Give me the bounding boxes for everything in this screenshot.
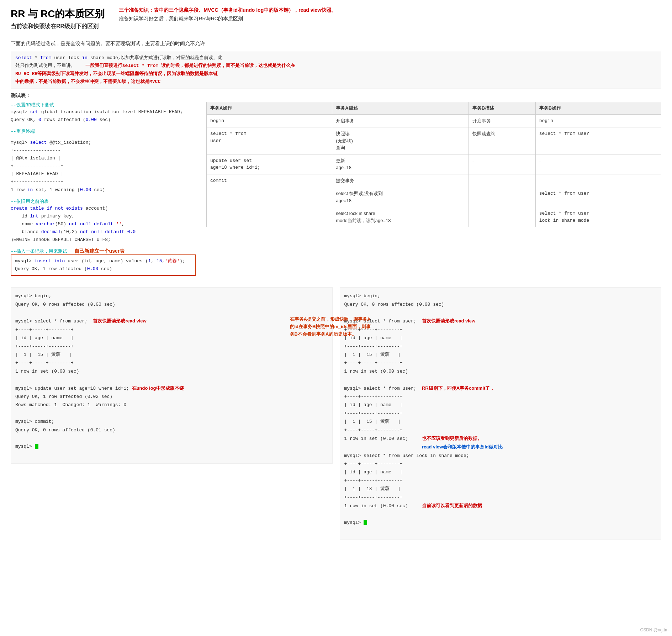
sql-insert-code: mysql> insert into user (id, age, name) … xyxy=(15,257,191,273)
col-header-b-desc: 事务B描述 xyxy=(469,102,535,114)
cell-a-op-6 xyxy=(207,207,332,227)
col-header-b-op: 事务B操作 xyxy=(535,102,661,114)
cell-a-desc-1: 开启事务 xyxy=(332,114,469,127)
terminal-right-text: mysql> begin; Query OK, 0 rows affected … xyxy=(344,292,657,535)
sql-check-isolation-code: mysql> select @@tx_isolation; +---------… xyxy=(11,139,196,194)
sql-check-isolation: mysql> select @@tx_isolation; +---------… xyxy=(11,139,196,194)
prereqs-title: 三个准备知识：表中的三个隐藏字段、MVCC（事务id和undo log中的版本链… xyxy=(119,7,661,14)
table-row: begin 开启事务 开启事务 begin xyxy=(207,114,661,127)
bottom-section: mysql> begin; Query OK, 0 rows affected … xyxy=(11,287,661,540)
cell-a-desc-6: select lock in sharemode当前读，读到age=18 xyxy=(332,207,469,227)
sql-comment-insert: --插入一条记录，用来测试 xyxy=(11,248,67,254)
cell-b-op-5: select * from user xyxy=(535,187,661,207)
sql-set-rr: --设置RR模式下测试 mysql> set global transactio… xyxy=(11,102,196,124)
col-header-a-desc: 事务A描述 xyxy=(332,102,469,114)
cell-b-desc-3: - xyxy=(469,154,535,174)
terminal-right: mysql> begin; Query OK, 0 rows affected … xyxy=(340,287,662,540)
table-row: select * fromuser 快照读(无影响)查询 快照读查询 selec… xyxy=(207,127,661,154)
cell-b-op-2: select * from user xyxy=(535,127,661,154)
intro-text: 下面的代码经过测试，是完全没有问题的。要不要现场测试，主要看上课的时间允不允许 xyxy=(11,40,661,47)
sql-comment-restart: --重启终端 xyxy=(11,128,196,135)
header-section: RR 与 RC的本质区别 当前读和快照读在RR级别下的区别 三个准备知识：表中的… xyxy=(11,7,661,34)
sql-restart: --重启终端 xyxy=(11,128,196,135)
bottom-left-container: mysql> begin; Query OK, 0 rows affected … xyxy=(11,287,333,540)
cell-b-op-6: select * from userlock in share mode xyxy=(535,207,661,227)
terminal-left-text: mysql> begin; Query OK, 0 rows affected … xyxy=(15,292,328,459)
page-subtitle: 当前读和快照读在RR级别下的区别 xyxy=(11,23,105,30)
cell-b-op-3: - xyxy=(535,154,661,174)
cell-b-desc-6 xyxy=(469,207,535,227)
cell-a-desc-5: select 快照读,没有读到age=18 xyxy=(332,187,469,207)
main-layout: --设置RR模式下测试 mysql> set global transactio… xyxy=(11,102,661,280)
right-panel: 事务A操作 事务A描述 事务B描述 事务B操作 begin 开启事务 开启事务 … xyxy=(206,102,661,280)
table-row: select 快照读,没有读到age=18 select * from user xyxy=(207,187,661,207)
cell-a-desc-4: 提交事务 xyxy=(332,174,469,187)
cell-b-desc-1: 开启事务 xyxy=(469,114,535,127)
table-row: commit 提交事务 - - xyxy=(207,174,661,187)
bottom-right-container: mysql> begin; Query OK, 0 rows affected … xyxy=(340,287,662,540)
page-title: RR 与 RC的本质区别 xyxy=(11,7,105,21)
header-left: RR 与 RC的本质区别 当前读和快照读在RR级别下的区别 xyxy=(11,7,105,34)
table-row: select lock in sharemode当前读，读到age=18 sel… xyxy=(207,207,661,227)
code-share-mode-block: select * from user lock in share mode,以加… xyxy=(11,51,661,89)
sql-create-table-code: create table if not exists account( id i… xyxy=(11,205,196,244)
sql-comment-old-table: --依旧用之前的表 xyxy=(11,198,196,205)
left-panel: --设置RR模式下测试 mysql> set global transactio… xyxy=(11,102,196,280)
insert-code-box: mysql> insert into user (id, age, name) … xyxy=(11,254,196,276)
header-right: 三个准备知识：表中的三个隐藏字段、MVCC（事务id和undo log中的版本链… xyxy=(119,7,661,34)
table-row: update user setage=18 where id=1; 更新age=… xyxy=(207,154,661,174)
cell-a-op-3: update user setage=18 where id=1; xyxy=(207,154,332,174)
cell-a-op-5 xyxy=(207,187,332,207)
transaction-table: 事务A操作 事务A描述 事务B描述 事务B操作 begin 开启事务 开启事务 … xyxy=(206,102,661,227)
sql-comment-set-rr: --设置RR模式下测试 xyxy=(11,102,196,108)
cell-b-desc-2: 快照读查询 xyxy=(469,127,535,154)
cell-b-op-4: - xyxy=(535,174,661,187)
cell-b-desc-4: - xyxy=(469,174,535,187)
center-annotation: 在事务A提交之前，形成快照，则事务A 的id在事务B快照中的m_ids里面，则事… xyxy=(290,316,382,338)
cell-a-op-1: begin xyxy=(207,114,332,127)
cell-a-desc-2: 快照读(无影响)查询 xyxy=(332,127,469,154)
cell-a-op-4: commit xyxy=(207,174,332,187)
sql-insert-section: --插入一条记录，用来测试 自己新建立一个user表 mysql> insert… xyxy=(11,248,196,276)
cell-b-desc-5 xyxy=(469,187,535,207)
sql-old-table: --依旧用之前的表 create table if not exists acc… xyxy=(11,198,196,244)
terminal-left: mysql> begin; Query OK, 0 rows affected … xyxy=(11,287,333,464)
cell-a-desc-3: 更新age=18 xyxy=(332,154,469,174)
cell-b-op-1: begin xyxy=(535,114,661,127)
prereqs-body: 准备知识学习好之后，我们就来学习RR与RC的本质区别 xyxy=(119,16,661,22)
col-header-a-op: 事务A操作 xyxy=(207,102,332,114)
cell-a-op-2: select * fromuser xyxy=(207,127,332,154)
sql-set-rr-code: mysql> set global transaction isolation … xyxy=(11,108,196,124)
new-user-table-label: 自己新建立一个user表 xyxy=(74,248,125,254)
test-table-label: 测试表： xyxy=(11,93,661,99)
